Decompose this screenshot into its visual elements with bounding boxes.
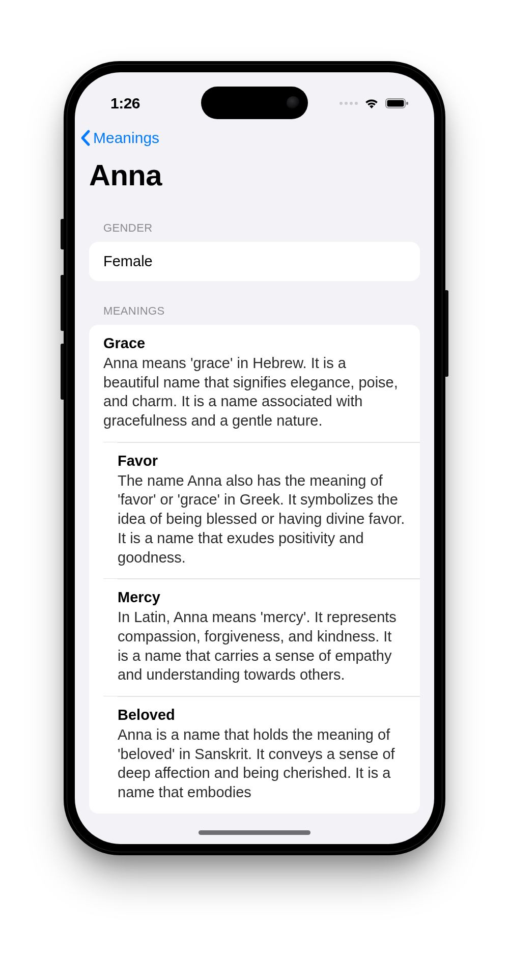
mute-switch [61,219,64,249]
section-header-gender: GENDER [75,198,434,242]
home-indicator[interactable] [199,830,310,835]
page-title: Anna [75,153,434,198]
screen: 1:26 [75,72,434,844]
meanings-card: Grace Anna means 'grace' in Hebrew. It i… [89,325,420,814]
back-button[interactable]: Meanings [80,129,159,147]
meaning-item: Mercy In Latin, Anna means 'mercy'. It r… [103,578,420,696]
chevron-left-icon [80,129,91,147]
meaning-title: Favor [118,453,406,469]
meaning-title: Mercy [118,589,406,606]
wifi-icon [364,98,379,109]
svg-rect-1 [387,100,404,107]
volume-up-button [61,275,64,331]
meaning-item: Grace Anna means 'grace' in Hebrew. It i… [89,325,420,442]
front-camera [287,96,300,109]
phone-frame: 1:26 [64,61,445,855]
meaning-item: Favor The name Anna also has the meaning… [103,442,420,578]
gender-value: Female [89,242,420,281]
status-indicators [340,98,409,109]
meaning-item: Beloved Anna is a name that holds the me… [103,696,420,814]
battery-icon [385,98,409,109]
section-header-meanings: MEANINGS [75,281,434,325]
gender-card: Female [89,242,420,281]
back-label: Meanings [93,129,159,147]
meaning-body: Anna means 'grace' in Hebrew. It is a be… [103,354,406,431]
meaning-title: Grace [103,335,406,352]
cellular-icon [340,102,358,105]
volume-down-button [61,344,64,400]
meaning-body: In Latin, Anna means 'mercy'. It represe… [118,608,406,685]
meaning-body: Anna is a name that holds the meaning of… [118,725,406,802]
content-scroll[interactable]: Meanings Anna GENDER Female MEANINGS Gra… [75,72,434,844]
power-button [445,290,448,377]
svg-rect-2 [406,102,408,105]
nav-bar: Meanings [75,123,434,153]
dynamic-island [201,87,308,119]
meaning-body: The name Anna also has the meaning of 'f… [118,471,406,567]
status-time: 1:26 [110,95,140,112]
meaning-title: Beloved [118,707,406,723]
